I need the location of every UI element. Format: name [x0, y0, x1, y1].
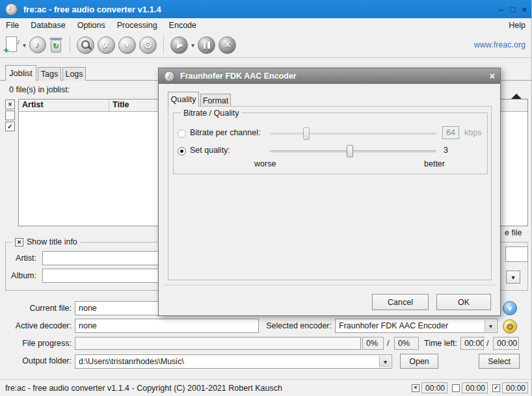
checkbox-checked-icon: ×: [15, 238, 23, 246]
app-window: fre:ac - free audio converter v1.1.4 – □…: [0, 0, 532, 396]
title-bar: fre:ac - free audio converter v1.1.4 – □…: [0, 0, 532, 18]
signal-processing-button[interactable]: ▼: [118, 36, 136, 54]
toolbar-separator: [163, 36, 164, 53]
output-folder-combo[interactable]: d:\Users\tristanrhodes\Music\ ▾: [75, 354, 392, 369]
checkbox-check-icon: ✓: [492, 384, 500, 392]
selected-encoder-combo[interactable]: Fraunhofer FDK AAC Encoder ▾: [335, 319, 498, 333]
chevron-down-icon[interactable]: ▾: [485, 320, 496, 332]
toggle-selection-button[interactable]: ✓: [5, 122, 15, 131]
close-icon[interactable]: ×: [522, 5, 527, 14]
bitrate-slider[interactable]: [270, 133, 436, 135]
encoder-config-icon[interactable]: ⚙: [503, 319, 517, 334]
add-files-button[interactable]: + ♪: [4, 36, 20, 54]
eject-icon: [511, 85, 527, 94]
cddb-query-button[interactable]: [77, 36, 94, 54]
status-text: fre:ac - free audio converter v1.1.4 - C…: [5, 384, 282, 393]
note-icon: ♪: [16, 37, 20, 46]
start-encoding-button[interactable]: ▶: [170, 36, 188, 54]
pause-encoding-button[interactable]: [198, 36, 215, 54]
bitrate-value: 64: [442, 126, 459, 139]
wrench-icon: ✗: [103, 40, 109, 50]
column-header-artist[interactable]: Artist: [19, 99, 109, 111]
stop-icon: ×: [224, 39, 230, 51]
ok-button[interactable]: OK: [436, 294, 491, 310]
dialog-title: Fraunhofer FDK AAC Encoder: [180, 72, 297, 81]
tab-tags[interactable]: Tags: [38, 67, 61, 81]
time-all-toggle[interactable]: ✓ 00:00: [492, 382, 528, 393]
menu-help[interactable]: Help: [502, 19, 532, 32]
bitrate-radio[interactable]: [178, 129, 186, 138]
encoder-config-dialog: Fraunhofer FDK AAC Encoder × Quality For…: [158, 68, 501, 316]
dialog-close-icon[interactable]: ×: [490, 72, 495, 81]
open-button[interactable]: Open: [400, 354, 438, 369]
menu-options[interactable]: Options: [72, 19, 111, 32]
funnel-icon: ▼: [124, 41, 131, 49]
time-selected-value: 00:00: [421, 382, 447, 393]
clear-joblist-button[interactable]: ↻: [49, 36, 63, 53]
partial-field[interactable]: [505, 246, 528, 262]
quality-slider-thumb[interactable]: [347, 145, 353, 157]
menu-bar: File Database Options Processing Encode …: [0, 18, 532, 33]
menu-database[interactable]: Database: [25, 19, 72, 32]
add-audio-cd-button[interactable]: ♪: [29, 36, 46, 53]
tab-joblist[interactable]: Joblist: [5, 65, 36, 81]
add-files-dropdown-icon[interactable]: ▾: [23, 42, 26, 49]
quality-label: Set quality:: [190, 146, 230, 155]
select-none-button[interactable]: [5, 111, 15, 120]
file-progress-label: File progress:: [3, 339, 72, 348]
start-encoding-dropdown-icon[interactable]: ▾: [191, 42, 194, 49]
music-note-icon: ♪: [36, 40, 40, 50]
dialog-tab-format[interactable]: Format: [200, 94, 231, 107]
tab-logs[interactable]: Logs: [62, 67, 86, 81]
chevron-down-icon[interactable]: ▾: [379, 356, 391, 367]
time-selected-toggle[interactable]: × 00:00: [412, 382, 447, 393]
artist-label: Artist:: [5, 254, 36, 263]
toolbar-separator: [70, 36, 70, 53]
group-label: Bitrate / Quality: [181, 109, 241, 118]
quality-slider[interactable]: [270, 150, 436, 152]
time-left-label: Time left:: [424, 339, 457, 348]
dialog-tab-quality[interactable]: Quality: [168, 92, 199, 107]
quality-value: 3: [444, 146, 448, 155]
progress-separator: /: [387, 339, 389, 348]
pause-icon: [204, 42, 210, 49]
general-settings-button[interactable]: ✗: [98, 36, 115, 54]
dialog-title-bar: Fraunhofer FDK AAC Encoder ×: [159, 68, 500, 84]
window-title: fre:ac - free audio converter v1.1.4: [23, 5, 161, 14]
time-unselected-value: 00:00: [462, 382, 488, 393]
dialog-icon: [164, 71, 175, 82]
play-icon: ▶: [177, 40, 183, 49]
time-unselected-toggle[interactable]: 00:00: [452, 382, 488, 393]
active-decoder-value: none: [75, 319, 259, 333]
output-folder-label: Output folder:: [3, 356, 72, 365]
show-title-info-toggle[interactable]: × Show title info: [12, 237, 81, 246]
quality-radio[interactable]: [178, 147, 186, 155]
menu-encode[interactable]: Encode: [163, 19, 202, 32]
time-left-total: 00:00: [493, 337, 519, 350]
menu-processing[interactable]: Processing: [111, 19, 163, 32]
eject-cd-button[interactable]: [511, 85, 527, 95]
checkbox-checked-icon: ×: [412, 384, 419, 392]
album-label: Album:: [5, 271, 36, 280]
dialog-separator: [164, 285, 496, 285]
bitrate-unit: kbps: [464, 128, 481, 137]
encoder-settings-button[interactable]: ⚙: [139, 36, 157, 54]
partial-dropdown-button[interactable]: ▾: [506, 271, 520, 284]
minimize-icon[interactable]: –: [499, 5, 503, 14]
menu-file[interactable]: File: [0, 19, 25, 32]
bitrate-label: Bitrate per channel:: [190, 128, 260, 137]
status-bar: fre:ac - free audio converter v1.1.4 - C…: [0, 379, 532, 396]
select-all-button[interactable]: ×: [5, 99, 15, 109]
cancel-button[interactable]: Cancel: [372, 294, 429, 310]
scale-better-label: better: [424, 159, 445, 168]
stop-encoding-button[interactable]: ×: [219, 36, 236, 54]
current-file-label: Current file:: [3, 304, 72, 313]
select-button[interactable]: Select: [479, 354, 520, 369]
file-progress-percent: 0%: [362, 337, 384, 350]
bitrate-slider-thumb[interactable]: [303, 127, 310, 140]
plus-icon: +: [3, 44, 9, 55]
maximize-icon[interactable]: □: [511, 5, 516, 14]
freac-website-link[interactable]: www.freac.org: [474, 40, 525, 49]
processing-status-icon[interactable]: ▼: [503, 301, 517, 315]
time-left-file: 00:00: [460, 337, 484, 350]
